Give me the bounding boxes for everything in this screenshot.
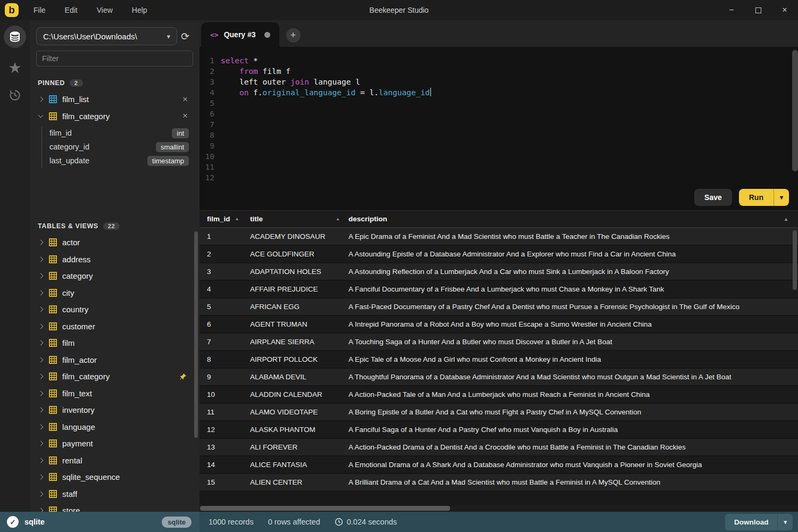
editor-scrollbar[interactable] [792, 50, 798, 171]
sql-editor[interactable]: 1select *2 from film f3 left outer join … [200, 47, 798, 184]
cell-film-id: 6 [200, 320, 250, 328]
table-item-language[interactable]: language [30, 419, 200, 436]
menu-view[interactable]: View [97, 6, 113, 14]
sql-token: film f [258, 67, 290, 76]
chevron-right-icon[interactable] [38, 273, 44, 279]
run-button[interactable]: Run [739, 189, 774, 206]
results-horizontal-scrollbar[interactable] [200, 506, 450, 511]
connection-dropdown[interactable]: C:\Users\User\Downloads\ ▾ [36, 27, 177, 45]
sidebar-scrollbar[interactable] [194, 231, 198, 438]
chevron-right-icon[interactable] [38, 374, 44, 379]
menu-edit[interactable]: Edit [65, 6, 78, 14]
table-row[interactable]: 11ALAMO VIDEOTAPEA Boring Epistle of a B… [200, 404, 798, 421]
table-item-film_text[interactable]: film_text [30, 385, 200, 402]
table-item-film_actor[interactable]: film_actor [30, 352, 200, 369]
table-row[interactable]: 9ALABAMA DEVILA Thoughtful Panorama of a… [200, 369, 798, 386]
results-vertical-scrollbar[interactable] [793, 230, 797, 290]
chevron-right-icon[interactable] [38, 340, 44, 346]
left-rail: ★ [0, 20, 30, 512]
table-row[interactable]: 12ALASKA PHANTOMA Fanciful Saga of a Hun… [200, 421, 798, 439]
table-item-customer[interactable]: customer [30, 318, 200, 335]
cell-film-id: 2 [200, 250, 250, 258]
tables-count-badge: 22 [103, 222, 120, 230]
menu-help[interactable]: Help [132, 6, 147, 14]
line-number: 8 [200, 130, 221, 140]
table-item-sqlite_sequence[interactable]: sqlite_sequence [30, 469, 200, 486]
table-row[interactable]: 13ALI FOREVERA Action-Packed Drama of a … [200, 439, 798, 456]
chevron-right-icon[interactable] [38, 424, 44, 429]
chevron-right-icon[interactable] [38, 441, 44, 446]
chevron-down-icon[interactable] [38, 113, 44, 118]
collapse-results-icon[interactable]: ▲ [784, 217, 788, 222]
table-item-rental[interactable]: rental [30, 452, 200, 469]
save-button[interactable]: Save [694, 189, 732, 206]
chevron-right-icon[interactable] [38, 491, 44, 496]
pinned-label: PINNED [38, 79, 65, 87]
menu-file[interactable]: File [34, 6, 46, 14]
unpin-close-icon[interactable]: × [182, 111, 188, 121]
chevron-right-icon[interactable] [38, 508, 44, 512]
download-button[interactable]: Download [725, 514, 778, 530]
sql-token: join [290, 78, 309, 86]
chevron-right-icon[interactable] [38, 390, 44, 396]
table-item-country[interactable]: country [30, 301, 200, 318]
run-options-button[interactable]: ▾ [774, 189, 789, 206]
table-item-actor[interactable]: actor [30, 234, 200, 251]
table-item-staff[interactable]: staff [30, 486, 200, 503]
tab-query-3[interactable]: <> Query #3 [201, 22, 279, 47]
chevron-right-icon[interactable] [38, 323, 44, 329]
refresh-button[interactable]: ⟳ [177, 30, 193, 43]
table-item-address[interactable]: address [30, 251, 200, 268]
table-row[interactable]: 3ADAPTATION HOLESA Astounding Reflection… [200, 263, 798, 281]
close-button[interactable]: × [771, 0, 798, 20]
chevron-right-icon[interactable] [38, 458, 44, 463]
table-item-city[interactable]: city [30, 285, 200, 302]
chevron-right-icon[interactable] [38, 357, 44, 362]
chevron-right-icon[interactable] [38, 307, 44, 312]
table-row[interactable]: 8AIRPORT POLLOCKA Epic Tale of a Moose A… [200, 351, 798, 369]
chevron-right-icon[interactable] [38, 475, 44, 480]
pinned-item-label: film_category [62, 112, 110, 121]
cell-description: A Emotional Drama of a A Shark And a Dat… [348, 461, 798, 469]
download-options-button[interactable]: ▾ [777, 514, 793, 530]
table-item-payment[interactable]: payment [30, 435, 200, 452]
table-row[interactable]: 10ALADDIN CALENDARA Action-Packed Tale o… [200, 386, 798, 404]
table-row[interactable]: 6AGENT TRUMANA Intrepid Panorama of a Ro… [200, 316, 798, 334]
pinned-item-film_category[interactable]: film_category× [30, 108, 200, 125]
table-row[interactable]: 7AIRPLANE SIERRAA Touching Saga of a Hun… [200, 334, 798, 351]
unpin-close-icon[interactable]: × [182, 94, 188, 105]
history-icon [8, 88, 22, 102]
table-item-film[interactable]: film [30, 335, 200, 352]
table-item-film_category[interactable]: film_category [30, 368, 200, 385]
line-number: 11 [200, 162, 221, 172]
filter-input[interactable] [36, 51, 193, 66]
chevron-right-icon[interactable] [38, 256, 44, 262]
history-tab[interactable] [8, 88, 22, 104]
table-row[interactable]: 1ACADEMY DINOSAURA Epic Drama of a Femin… [200, 228, 798, 246]
minimize-button[interactable]: − [718, 0, 745, 20]
elapsed-time: 0.024 seconds [335, 518, 397, 526]
chevron-right-icon[interactable] [38, 290, 44, 295]
pin-icon[interactable] [179, 373, 187, 380]
table-item-inventory[interactable]: inventory [30, 402, 200, 419]
connections-tab-active[interactable] [4, 26, 26, 48]
table-row[interactable]: 15ALIEN CENTERA Brilliant Drama of a Cat… [200, 474, 798, 492]
table-item-category[interactable]: category [30, 268, 200, 285]
table-row[interactable]: 14ALICE FANTASIAA Emotional Drama of a A… [200, 456, 798, 474]
table-row[interactable]: 5AFRICAN EGGA Fast-Paced Documentary of … [200, 298, 798, 316]
column-header-description[interactable]: description [348, 215, 798, 223]
chevron-right-icon[interactable] [38, 240, 44, 245]
code-line-2: 2 from film f [200, 66, 798, 77]
column-header-film-id[interactable]: film_id ▲ [200, 215, 250, 223]
favorites-tab[interactable]: ★ [8, 61, 21, 76]
new-tab-button[interactable]: + [286, 28, 301, 43]
chevron-right-icon[interactable] [38, 97, 44, 102]
pinned-item-film_list[interactable]: film_list× [30, 91, 200, 108]
table-item-store[interactable]: store [30, 502, 200, 512]
chevron-right-icon[interactable] [38, 408, 44, 413]
code-line-5: 5 [200, 98, 798, 109]
table-row[interactable]: 2ACE GOLDFINGERA Astounding Epistle of a… [200, 246, 798, 263]
table-row[interactable]: 4AFFAIR PREJUDICEA Fanciful Documentary … [200, 281, 798, 298]
column-header-title[interactable]: title ▲ [250, 215, 348, 223]
maximize-button[interactable] [745, 0, 771, 20]
